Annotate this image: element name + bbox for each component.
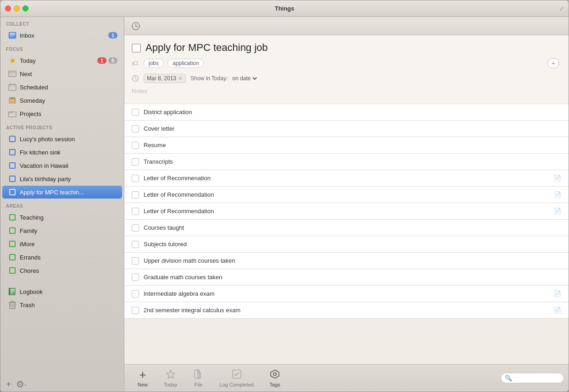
sidebar-item-trash[interactable]: Trash	[2, 298, 122, 311]
sidebar-item-projects[interactable]: Projects	[2, 107, 122, 120]
tag-application[interactable]: application	[167, 59, 204, 68]
sidebar-item-logbook[interactable]: Logbook	[2, 285, 122, 298]
tag-icon: 🏷	[132, 60, 138, 67]
new-label: New	[138, 382, 148, 387]
add-tag-button[interactable]: +	[547, 58, 559, 68]
table-row[interactable]: Graduate math courses taken	[124, 269, 569, 286]
sidebar-item-lucy[interactable]: Lucy's photo session	[2, 133, 122, 145]
table-row[interactable]: Intermediate algebra exam 📄	[124, 286, 569, 302]
next-icon	[8, 69, 17, 78]
file-button[interactable]: File	[184, 366, 212, 390]
table-row[interactable]: 2nd semester integral calculus exam 📄	[124, 302, 569, 319]
svg-rect-3	[10, 36, 13, 37]
subtask-text-7: Letter of Recommendation	[144, 208, 549, 215]
subtask-checkbox-11[interactable]	[132, 274, 139, 281]
subtask-checkbox-5[interactable]	[132, 175, 139, 182]
today-label: Today	[164, 382, 177, 387]
subtask-checkbox-13[interactable]	[132, 307, 139, 314]
svg-rect-25	[11, 301, 14, 303]
tags-button[interactable]: Tags	[261, 366, 289, 390]
sidebar-item-chores[interactable]: Chores	[2, 264, 122, 277]
sidebar-item-kitchen[interactable]: Fix kitchen sink	[2, 146, 122, 159]
sidebar-scroll: COLLECT Inbox 1 FOCUS	[0, 17, 124, 377]
subtask-checkbox-7[interactable]	[132, 208, 139, 215]
sidebar-item-errands[interactable]: Errands	[2, 251, 122, 264]
close-button[interactable]	[5, 6, 11, 11]
new-button[interactable]: + New	[129, 366, 156, 390]
sidebar-item-today[interactable]: ★ Today 1 5	[2, 54, 122, 67]
traffic-lights	[5, 6, 28, 11]
search-box[interactable]: 🔍	[501, 373, 564, 383]
settings-button[interactable]: ⚙︎·	[16, 380, 27, 389]
today-button[interactable]: Today	[156, 366, 184, 390]
tags-icon	[270, 369, 280, 381]
table-row[interactable]: Letter of Recommenation 📄	[124, 170, 569, 187]
subtask-checkbox-3[interactable]	[132, 142, 139, 149]
sidebar: COLLECT Inbox 1 FOCUS	[0, 17, 124, 392]
sidebar-item-teaching[interactable]: Teaching	[2, 211, 122, 224]
today-badges: 1 5	[97, 57, 117, 64]
log-completed-button[interactable]: Log Completed	[212, 366, 261, 390]
someday-icon	[8, 96, 17, 105]
subtask-checkbox-6[interactable]	[132, 191, 139, 199]
subtask-checkbox-8[interactable]	[132, 224, 139, 232]
note-icon-12: 📄	[554, 290, 561, 297]
table-row[interactable]: Cover letter	[124, 121, 569, 137]
sidebar-item-imore[interactable]: iMore	[2, 237, 122, 250]
sidebar-item-someday[interactable]: Someday	[2, 94, 122, 107]
date-clear-button[interactable]: ✕	[178, 75, 183, 82]
sidebar-item-hawaii[interactable]: Vacation in Hawaii	[2, 159, 122, 172]
table-row[interactable]: Courses taught	[124, 220, 569, 236]
sidebar-item-family[interactable]: Family	[2, 224, 122, 237]
task-header: Apply for MPC teaching job 🏷 jobs applic…	[124, 35, 569, 104]
show-in-today: Show in Today: on date always never	[190, 75, 258, 82]
table-row[interactable]: District application	[124, 104, 569, 121]
table-row[interactable]: Resume	[124, 137, 569, 154]
table-row[interactable]: Letter of Recommendation 📄	[124, 187, 569, 203]
sidebar-item-birthday[interactable]: Lila's birthday party	[2, 172, 122, 185]
subtask-checkbox-1[interactable]	[132, 109, 139, 116]
sidebar-item-mpc[interactable]: Apply for MPC teachin...	[2, 186, 122, 199]
subtask-text-12: Intermediate algebra exam	[144, 290, 549, 297]
add-button[interactable]: +	[6, 380, 11, 389]
maximize-button[interactable]	[22, 6, 28, 11]
date-badge[interactable]: Mar 8, 2013 ✕	[144, 74, 186, 83]
today-label: Today	[20, 57, 97, 64]
task-title[interactable]: Apply for MPC teaching job	[145, 42, 559, 54]
search-input[interactable]	[514, 375, 560, 381]
area-icon-chores	[8, 266, 17, 275]
task-checkbox[interactable]	[132, 44, 141, 53]
subtask-checkbox-10[interactable]	[132, 257, 139, 265]
sidebar-item-next[interactable]: Next	[2, 67, 122, 80]
chores-label: Chores	[20, 267, 117, 274]
project-icon-lucy	[8, 134, 17, 144]
subtask-checkbox-4[interactable]	[132, 158, 139, 166]
show-today-label: Show in Today:	[190, 75, 228, 82]
lucy-label: Lucy's photo session	[20, 136, 117, 143]
svg-rect-2	[10, 34, 15, 35]
table-row[interactable]: Letter of Recommendation 📄	[124, 203, 569, 220]
today-badge-gray: 5	[108, 57, 117, 64]
sidebar-item-inbox[interactable]: Inbox 1	[2, 29, 122, 42]
resize-icon: ⤢	[559, 6, 564, 12]
table-row[interactable]: Subjects tutored	[124, 236, 569, 253]
today-badge-red: 1	[97, 57, 106, 64]
table-row[interactable]: Transcripts	[124, 154, 569, 170]
bottom-toolbar: + New Today	[124, 364, 569, 392]
tag-jobs[interactable]: jobs	[144, 59, 164, 68]
today-icon	[166, 369, 176, 381]
table-row[interactable]: Upper division math courses taken	[124, 253, 569, 269]
teaching-label: Teaching	[20, 214, 117, 221]
subtask-checkbox-2[interactable]	[132, 125, 139, 133]
detail-pane: Apply for MPC teaching job 🏷 jobs applic…	[124, 17, 569, 392]
minimize-button[interactable]	[14, 6, 20, 11]
show-today-select[interactable]: on date always never	[230, 75, 258, 82]
subtask-checkbox-9[interactable]	[132, 241, 139, 248]
window-title: Things	[275, 5, 295, 12]
sidebar-item-scheduled[interactable]: Scheduled	[2, 81, 122, 94]
notes-area[interactable]: Notes	[132, 85, 559, 99]
clock-button[interactable]	[129, 20, 143, 33]
subtask-checkbox-12[interactable]	[132, 290, 139, 298]
search-icon: 🔍	[505, 375, 512, 381]
add-tag-plus: +	[552, 60, 555, 67]
